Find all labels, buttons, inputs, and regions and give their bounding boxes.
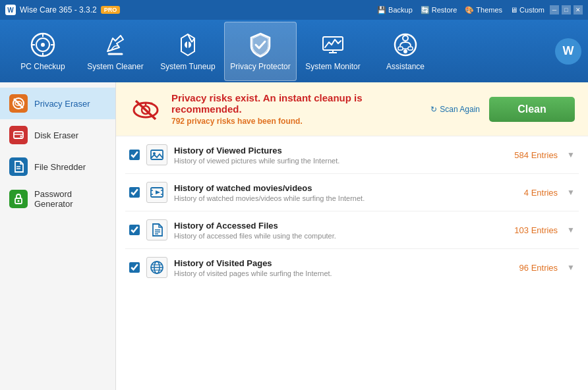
nav-item-system-cleaner[interactable]: System Cleaner [79, 22, 152, 81]
svg-point-28 [20, 136, 22, 138]
app-title: Wise Care 365 - 3.3.2 [20, 5, 97, 14]
accessed-files-desc: History of accessed files while using th… [174, 232, 498, 240]
chevron-down-icon: ▼ [567, 188, 575, 197]
title-bar: W Wise Care 365 - 3.3.2 PRO 💾 Backup 🔄 R… [0, 0, 588, 20]
watched-movies-count: 4 Entries [505, 188, 558, 198]
list-item: History of watched movies/videos History… [125, 174, 579, 211]
sidebar-item-privacy-eraser[interactable]: Privacy Eraser [0, 88, 115, 119]
restore-button[interactable]: 🔄 Restore [421, 6, 457, 14]
pc-checkup-icon [30, 32, 56, 58]
svg-rect-26 [14, 132, 23, 138]
visited-pages-icon [146, 257, 167, 278]
themes-button[interactable]: 🎨 Themes [465, 6, 502, 14]
watched-movies-icon [146, 182, 167, 203]
alert-sub: 792 privacy risks have been found. [171, 117, 421, 126]
visited-pages-checkbox[interactable] [129, 262, 140, 273]
alert-icon [129, 90, 162, 128]
nav-items: PC Checkup System Cleaner [7, 22, 555, 81]
close-button[interactable]: ✕ [573, 5, 583, 14]
sidebar-item-disk-eraser[interactable]: Disk Eraser [0, 119, 115, 151]
nav-label-system-tuneup: System Tuneup [160, 62, 215, 71]
alert-count: 792 privacy risks have been found. [171, 117, 303, 126]
nav-item-pc-checkup[interactable]: PC Checkup [7, 22, 79, 81]
watched-movies-checkbox[interactable] [129, 187, 140, 198]
disk-eraser-icon [9, 126, 28, 144]
items-list: History of Viewed Pictures History of vi… [116, 136, 588, 286]
visited-pages-desc: History of visited pages while surfing t… [174, 269, 498, 277]
visited-pages-name: History of Visited Pages [174, 258, 498, 268]
alert-text-block: Privacy risks exist. An instant cleanup … [171, 92, 421, 126]
alert-bar: Privacy risks exist. An instant cleanup … [116, 82, 588, 136]
nav-label-assistance: Assistance [386, 62, 425, 71]
restore-icon: 🔄 [421, 6, 430, 14]
svg-point-2 [41, 43, 45, 47]
nav-label-privacy-protector: Privacy Protector [230, 62, 290, 71]
svg-marker-41 [156, 190, 160, 194]
assistance-icon [392, 32, 419, 58]
app-logo: W [5, 5, 16, 15]
accessed-files-text: History of Accessed Files History of acc… [174, 221, 498, 240]
viewed-pictures-count: 584 Entries [505, 150, 558, 160]
alert-title: Privacy risks exist. An instant cleanup … [171, 92, 421, 115]
visited-pages-count: 96 Entries [505, 263, 558, 273]
nav-label-system-monitor: System Monitor [305, 62, 360, 71]
backup-icon: 💾 [377, 6, 386, 14]
password-generator-icon [9, 190, 28, 208]
system-tuneup-icon [175, 32, 201, 58]
main-layout: Privacy Eraser Disk Eraser [0, 82, 588, 390]
sidebar: Privacy Eraser Disk Eraser [0, 82, 116, 390]
user-avatar[interactable]: W [555, 38, 581, 65]
list-item: History of Visited Pages History of visi… [125, 249, 579, 286]
chevron-down-icon: ▼ [567, 225, 575, 235]
sidebar-label-file-shredder: File Shredder [34, 162, 86, 172]
sidebar-label-password-generator: Password Generator [34, 189, 106, 209]
nav-bar: PC Checkup System Cleaner [0, 20, 588, 82]
nav-item-assistance[interactable]: Assistance [369, 22, 442, 81]
nav-item-system-monitor[interactable]: System Monitor [297, 22, 369, 81]
custom-button[interactable]: 🖥 Custom [510, 6, 544, 14]
watched-movies-desc: History of watched movies/videos while s… [174, 194, 498, 202]
file-shredder-icon [9, 157, 28, 176]
refresh-icon: ↻ [430, 105, 437, 114]
nav-label-pc-checkup: PC Checkup [20, 62, 65, 71]
scan-again-button[interactable]: ↻ Scan Again [430, 105, 480, 114]
accessed-files-checkbox[interactable] [129, 225, 140, 235]
chevron-down-icon: ▼ [567, 263, 575, 272]
svg-point-32 [18, 200, 20, 202]
backup-button[interactable]: 💾 Backup [377, 6, 413, 14]
privacy-protector-icon [247, 32, 274, 58]
nav-item-privacy-protector[interactable]: Privacy Protector [224, 22, 297, 81]
custom-icon: 🖥 [510, 6, 517, 14]
chevron-down-icon: ▼ [567, 150, 575, 159]
viewed-pictures-name: History of Viewed Pictures [174, 146, 498, 155]
svg-point-19 [403, 49, 407, 53]
system-cleaner-icon [102, 32, 129, 58]
themes-icon: 🎨 [465, 6, 474, 14]
list-item: History of Viewed Pictures History of vi… [125, 136, 579, 174]
list-item: History of Accessed Files History of acc… [125, 211, 579, 249]
viewed-pictures-checkbox[interactable] [129, 150, 140, 160]
pro-badge: PRO [101, 6, 121, 14]
visited-pages-text: History of Visited Pages History of visi… [174, 258, 498, 277]
content-area: Privacy risks exist. An instant cleanup … [116, 82, 588, 390]
accessed-files-name: History of Accessed Files [174, 221, 498, 231]
sidebar-label-privacy-eraser: Privacy Eraser [34, 99, 90, 109]
nav-item-system-tuneup[interactable]: System Tuneup [152, 22, 224, 81]
nav-label-system-cleaner: System Cleaner [87, 62, 143, 71]
clean-button[interactable]: Clean [489, 97, 575, 122]
watched-movies-name: History of watched movies/videos [174, 183, 498, 193]
watched-movies-text: History of watched movies/videos History… [174, 183, 498, 202]
accessed-files-count: 103 Entries [505, 225, 558, 235]
system-monitor-icon [320, 32, 346, 58]
viewed-pictures-text: History of Viewed Pictures History of vi… [174, 146, 498, 165]
viewed-pictures-icon [146, 144, 167, 165]
maximize-button[interactable]: □ [562, 5, 571, 14]
accessed-files-icon [146, 219, 167, 240]
svg-rect-20 [398, 47, 403, 50]
sidebar-item-password-generator[interactable]: Password Generator [0, 182, 115, 215]
minimize-button[interactable]: ─ [550, 5, 559, 14]
svg-point-18 [403, 36, 408, 41]
svg-rect-21 [408, 47, 413, 50]
sidebar-item-file-shredder[interactable]: File Shredder [0, 151, 115, 182]
privacy-eraser-icon [9, 94, 28, 113]
